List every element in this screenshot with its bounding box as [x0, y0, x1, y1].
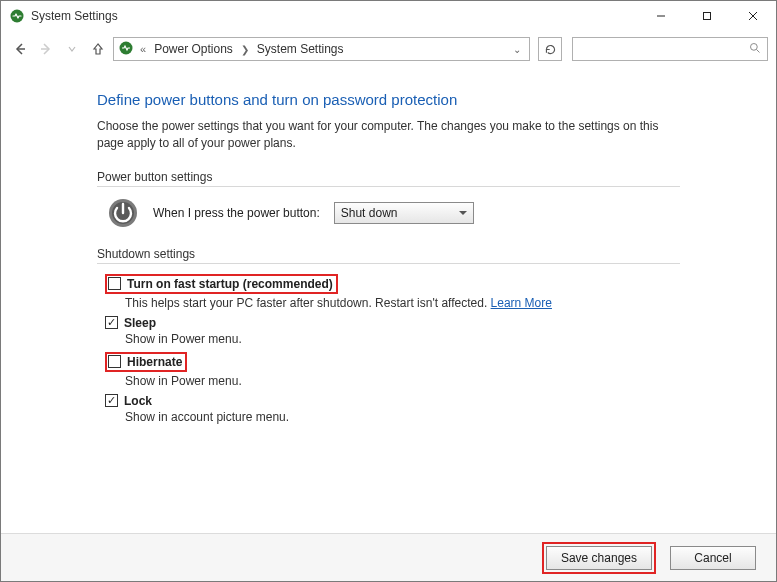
window-root: System Settings [0, 0, 777, 582]
fast-startup-label: Turn on fast startup (recommended) [127, 277, 333, 291]
address-bar[interactable]: « Power Options ❯ System Settings ⌄ [113, 37, 530, 61]
fast-startup-checkbox[interactable] [108, 277, 121, 290]
hibernate-label: Hibernate [127, 355, 182, 369]
window-controls [638, 1, 776, 31]
up-button[interactable] [87, 38, 109, 60]
close-button[interactable] [730, 1, 776, 31]
page-subtext: Choose the power settings that you want … [97, 118, 680, 152]
section-power-button: Power button settings [97, 170, 680, 184]
fast-startup-desc: This helps start your PC faster after sh… [125, 296, 680, 310]
chevron-double-icon: « [140, 43, 146, 55]
nav-bar: « Power Options ❯ System Settings ⌄ [1, 31, 776, 67]
learn-more-link[interactable]: Learn More [491, 296, 552, 310]
power-action-select[interactable]: Shut down [334, 202, 474, 224]
recent-dropdown[interactable] [61, 38, 83, 60]
svg-point-8 [751, 43, 758, 50]
cancel-button[interactable]: Cancel [670, 546, 756, 570]
maximize-button[interactable] [684, 1, 730, 31]
content-area: Define power buttons and turn on passwor… [1, 67, 776, 533]
addr-icon [118, 40, 134, 59]
refresh-button[interactable] [538, 37, 562, 61]
section-shutdown: Shutdown settings [97, 247, 680, 261]
hibernate-desc: Show in Power menu. [125, 374, 680, 388]
power-button-row: When I press the power button: Shut down [107, 197, 680, 229]
power-action-value: Shut down [341, 206, 398, 220]
hibernate-checkbox[interactable] [108, 355, 121, 368]
shutdown-options: Turn on fast startup (recommended) This … [105, 274, 680, 424]
power-button-label: When I press the power button: [153, 206, 320, 220]
save-button[interactable]: Save changes [546, 546, 652, 570]
lock-desc: Show in account picture menu. [125, 410, 680, 424]
highlight-box: Save changes [542, 542, 656, 574]
breadcrumb-item[interactable]: Power Options [154, 42, 233, 56]
power-icon [107, 197, 139, 229]
sleep-desc: Show in Power menu. [125, 332, 680, 346]
svg-rect-2 [704, 13, 711, 20]
sleep-checkbox[interactable]: ✓ [105, 316, 118, 329]
search-input[interactable] [572, 37, 768, 61]
page-heading: Define power buttons and turn on passwor… [97, 91, 680, 108]
minimize-button[interactable] [638, 1, 684, 31]
svg-line-9 [757, 49, 760, 52]
app-icon [9, 8, 25, 24]
chevron-right-icon: ❯ [241, 44, 249, 55]
title-bar: System Settings [1, 1, 776, 31]
highlight-box: Turn on fast startup (recommended) [105, 274, 338, 294]
footer-bar: Save changes Cancel [1, 533, 776, 581]
window-title: System Settings [31, 9, 118, 23]
back-button[interactable] [9, 38, 31, 60]
lock-checkbox[interactable]: ✓ [105, 394, 118, 407]
breadcrumb-item[interactable]: System Settings [257, 42, 344, 56]
lock-label: Lock [124, 394, 152, 408]
divider [97, 263, 680, 264]
search-icon [749, 42, 761, 57]
divider [97, 186, 680, 187]
highlight-box: Hibernate [105, 352, 187, 372]
forward-button[interactable] [35, 38, 57, 60]
chevron-down-icon[interactable]: ⌄ [513, 44, 525, 55]
sleep-label: Sleep [124, 316, 156, 330]
